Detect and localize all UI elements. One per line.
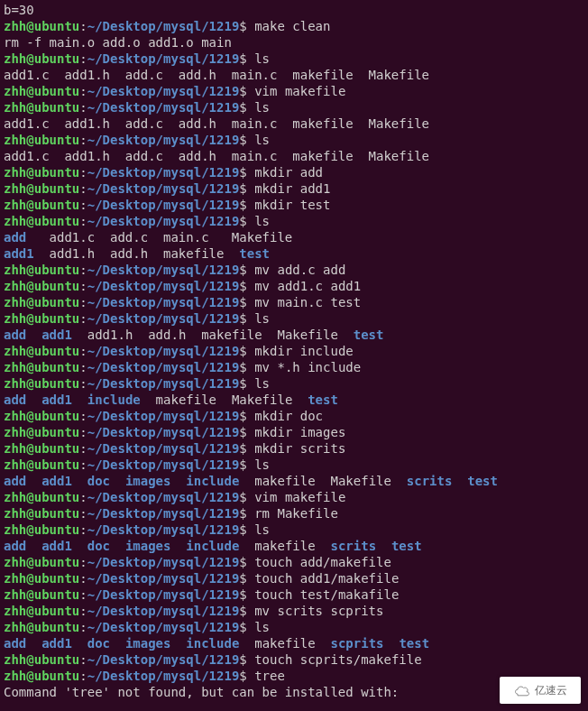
prompt-sep: : (79, 344, 87, 358)
prompt-dollar: $ (239, 133, 254, 147)
prompt-sep: : (79, 604, 87, 618)
prompt-path: ~/Desktop/mysql/1219 (87, 133, 240, 147)
prompt-line: zhh@ubuntu:~/Desktop/mysql/1219$ ls (4, 619, 584, 635)
prompt-user: zhh@ubuntu (4, 84, 79, 98)
prompt-user: zhh@ubuntu (4, 604, 79, 618)
ls-file-entry (72, 636, 87, 651)
command-text: mkdir add (254, 165, 323, 180)
prompt-user: zhh@ubuntu (4, 376, 79, 391)
prompt-line: zhh@ubuntu:~/Desktop/mysql/1219$ ls (4, 522, 584, 538)
prompt-dollar: $ (239, 263, 254, 277)
ls-output-line: add add1.c add.c main.c Makefile (4, 229, 584, 245)
prompt-sep: : (79, 360, 87, 374)
prompt-path: ~/Desktop/mysql/1219 (87, 555, 240, 569)
ls-file-entry (110, 539, 125, 553)
prompt-sep: : (79, 457, 87, 472)
command-text: ls (254, 457, 270, 472)
prompt-line: zhh@ubuntu:~/Desktop/mysql/1219$ mv *.h … (4, 359, 584, 375)
prompt-user: zhh@ubuntu (4, 198, 79, 212)
prompt-path: ~/Desktop/mysql/1219 (87, 214, 240, 228)
prompt-user: zhh@ubuntu (4, 344, 79, 358)
command-text: mkdir test (254, 198, 330, 212)
command-text: mkdir doc (254, 409, 323, 423)
prompt-dollar: $ (239, 279, 254, 293)
prompt-sep: : (79, 198, 87, 212)
prompt-line: zhh@ubuntu:~/Desktop/mysql/1219$ vim mak… (4, 83, 584, 99)
prompt-line: zhh@ubuntu:~/Desktop/mysql/1219$ touch a… (4, 570, 584, 586)
prompt-path: ~/Desktop/mysql/1219 (87, 165, 240, 180)
ls-file-entry (170, 539, 186, 553)
prompt-line: zhh@ubuntu:~/Desktop/mysql/1219$ rm Make… (4, 505, 584, 522)
prompt-user: zhh@ubuntu (4, 19, 79, 33)
ls-dir-entry: add1 (41, 328, 72, 342)
prompt-dollar: $ (239, 51, 254, 66)
ls-file-entry: makefile Makefile (141, 392, 308, 407)
ls-dir-entry: add (4, 539, 26, 553)
ls-dir-entry: scrits (331, 539, 377, 553)
ls-file-entry (384, 636, 400, 651)
command-text: touch add/makefile (254, 555, 391, 569)
ls-dir-entry: include (186, 539, 239, 553)
ls-dir-entry: add1 (41, 392, 72, 407)
ls-output-line: add add1 doc images include makefile scp… (4, 635, 584, 651)
prompt-path: ~/Desktop/mysql/1219 (87, 295, 240, 309)
prompt-line: zhh@ubuntu:~/Desktop/mysql/1219$ ls (4, 213, 584, 229)
command-text: mkdir scrits (254, 441, 345, 456)
ls-dir-entry: test (467, 474, 498, 488)
prompt-sep: : (79, 620, 87, 634)
prompt-sep: : (79, 506, 87, 521)
prompt-user: zhh@ubuntu (4, 295, 79, 309)
prompt-line: zhh@ubuntu:~/Desktop/mysql/1219$ make cl… (4, 18, 584, 34)
prompt-line: zhh@ubuntu:~/Desktop/mysql/1219$ ls (4, 99, 584, 115)
terminal-window[interactable]: b=30zhh@ubuntu:~/Desktop/mysql/1219$ mak… (0, 0, 588, 702)
prompt-path: ~/Desktop/mysql/1219 (87, 604, 240, 618)
prompt-sep: : (79, 425, 87, 439)
prompt-path: ~/Desktop/mysql/1219 (87, 51, 240, 66)
prompt-sep: : (79, 409, 87, 423)
prompt-user: zhh@ubuntu (4, 100, 79, 115)
ls-dir-entry: add1 (41, 474, 72, 488)
prompt-dollar: $ (239, 620, 254, 634)
ls-dir-entry: test (239, 246, 270, 261)
prompt-user: zhh@ubuntu (4, 587, 79, 602)
prompt-path: ~/Desktop/mysql/1219 (87, 279, 240, 293)
ls-file-entry: add1.h add.h makefile (34, 246, 240, 261)
ls-dir-entry: add (4, 328, 26, 342)
command-text: mv add1.c add1 (254, 279, 361, 293)
command-text: touch scprits/makefile (254, 652, 421, 667)
cloud-icon (513, 684, 531, 697)
ls-dir-entry: images (125, 474, 171, 488)
prompt-user: zhh@ubuntu (4, 133, 79, 147)
prompt-path: ~/Desktop/mysql/1219 (87, 620, 240, 634)
output-line: add1.c add1.h add.c add.h main.c makefil… (4, 148, 584, 164)
prompt-sep: : (79, 214, 87, 228)
ls-file-entry: makefile Makefile (239, 474, 406, 488)
prompt-path: ~/Desktop/mysql/1219 (87, 441, 240, 456)
prompt-path: ~/Desktop/mysql/1219 (87, 376, 240, 391)
ls-dir-entry: test (391, 539, 422, 553)
prompt-dollar: $ (239, 522, 254, 537)
command-text: ls (254, 522, 270, 537)
ls-dir-entry: doc (87, 474, 110, 488)
ls-dir-entry: add1 (4, 246, 34, 261)
prompt-dollar: $ (239, 360, 254, 374)
ls-file-entry: makefile (239, 539, 330, 553)
prompt-dollar: $ (239, 198, 254, 212)
prompt-dollar: $ (239, 587, 254, 602)
prompt-dollar: $ (239, 181, 254, 196)
output-line: add1.c add1.h add.c add.h main.c makefil… (4, 67, 584, 83)
command-text: vim makefile (254, 490, 345, 504)
prompt-line: zhh@ubuntu:~/Desktop/mysql/1219$ mkdir s… (4, 440, 584, 457)
prompt-path: ~/Desktop/mysql/1219 (87, 263, 240, 277)
command-text: make clean (254, 19, 330, 33)
prompt-line: zhh@ubuntu:~/Desktop/mysql/1219$ mkdir a… (4, 164, 584, 180)
command-text: mv main.c test (254, 295, 361, 309)
ls-output-line: add1 add1.h add.h makefile test (4, 245, 584, 262)
ls-output-line: add add1 doc images include makefile scr… (4, 538, 584, 554)
command-text: ls (254, 311, 270, 326)
output-line: add1.c add1.h add.c add.h main.c makefil… (4, 115, 584, 132)
command-text: ls (254, 376, 270, 391)
prompt-sep: : (79, 441, 87, 456)
prompt-dollar: $ (239, 100, 254, 115)
command-text: mkdir add1 (254, 181, 330, 196)
